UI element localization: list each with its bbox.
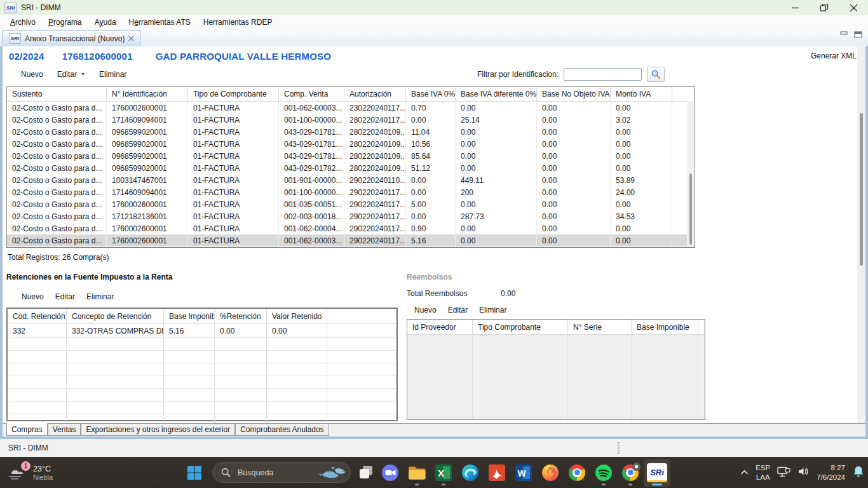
- taskbar-app-pdf-editor[interactable]: [484, 459, 510, 487]
- table-row[interactable]: 02-Costo o Gasto para d...09685990200010…: [7, 126, 695, 138]
- start-button[interactable]: [187, 465, 202, 482]
- taskbar-app-excel[interactable]: X: [430, 459, 457, 487]
- table-row[interactable]: 02-Costo o Gasto para d...09685990200010…: [7, 150, 695, 162]
- taskbar-search[interactable]: [212, 462, 351, 483]
- table-cell: 043-029-01782...: [279, 162, 344, 174]
- table-cell: 02-Costo o Gasto para d...: [7, 138, 107, 150]
- eliminar-button[interactable]: Eliminar: [99, 70, 126, 79]
- maximize-view-icon[interactable]: [854, 31, 863, 40]
- search-input[interactable]: [236, 468, 313, 478]
- table-cell: 0.00: [537, 174, 611, 186]
- table-cell: [473, 335, 568, 347]
- table-cell: 0.00: [456, 234, 537, 247]
- table-cell: 0.00: [537, 102, 611, 114]
- column-header[interactable]: Tipo Comprobante: [473, 320, 568, 334]
- taskbar-app-spotify[interactable]: [590, 459, 617, 487]
- reembolsos-nuevo-button[interactable]: Nuevo: [414, 306, 437, 315]
- table-cell: 85.64: [406, 150, 456, 162]
- taskbar-app-edge[interactable]: [457, 459, 484, 487]
- anexo-view: 02/2024 1768120600001 GAD PARROQUIAL VAL…: [0, 46, 868, 439]
- task-view-button[interactable]: [359, 465, 374, 481]
- tab-ventas[interactable]: Ventas: [48, 424, 81, 436]
- table-row[interactable]: 02-Costo o Gasto para d...17600026000010…: [7, 222, 695, 234]
- nuevo-button[interactable]: Nuevo: [21, 70, 43, 79]
- table-cell: [473, 383, 568, 395]
- taskbar-app-sri-dimm[interactable]: SRi: [644, 459, 670, 487]
- table-row[interactable]: 02-Costo o Gasto para d...17146090940010…: [7, 186, 695, 198]
- table-row[interactable]: 02-Costo o Gasto para d...17600026000010…: [7, 234, 695, 247]
- table-row[interactable]: 02-Costo o Gasto para d...17600026000010…: [7, 102, 695, 114]
- minimize-button[interactable]: [780, 0, 810, 15]
- taskbar-app-chrome[interactable]: [564, 459, 590, 487]
- editar-dropdown-icon[interactable]: ▼: [81, 72, 85, 76]
- column-header[interactable]: Cod. Retención: [8, 309, 67, 323]
- column-header[interactable]: Concepto de Retención: [67, 309, 164, 323]
- taskbar-app-firefox[interactable]: [537, 459, 564, 487]
- table-cell: 0.00: [537, 162, 611, 174]
- column-header[interactable]: Base IVA 0%: [406, 87, 456, 101]
- view-scrollbar[interactable]: [857, 46, 865, 437]
- menu-programa[interactable]: Programa: [42, 17, 88, 28]
- chrome-profile-icon: [622, 464, 639, 481]
- column-header[interactable]: Autorización: [344, 87, 406, 101]
- tab-compras[interactable]: Compras: [6, 423, 48, 436]
- volume-icon[interactable]: [797, 466, 810, 478]
- column-header[interactable]: Base Imponible: [632, 320, 698, 334]
- taskbar-app-file-explorer[interactable]: [403, 459, 430, 487]
- close-button[interactable]: [839, 0, 868, 15]
- compras-table[interactable]: SustentoN° IdentificaciónTipo de Comprob…: [6, 86, 695, 248]
- table-row[interactable]: 02-Costo o Gasto para d...10031474670010…: [7, 174, 695, 186]
- tab-close-icon[interactable]: [128, 34, 134, 43]
- table-cell: 1760002600001: [107, 102, 188, 114]
- language-indicator[interactable]: ESP LAA: [756, 463, 770, 482]
- column-header[interactable]: Base Imponible: [164, 309, 215, 323]
- retenciones-eliminar-button[interactable]: Eliminar: [86, 292, 114, 301]
- retenciones-nuevo-button[interactable]: Nuevo: [22, 292, 44, 301]
- tab-comprobantes-anulados[interactable]: Comprobantes Anulados: [235, 424, 329, 436]
- column-header[interactable]: Comp. Venta: [279, 87, 344, 101]
- notification-bell-icon[interactable]: [852, 465, 865, 480]
- column-header[interactable]: Monto IVA: [611, 87, 672, 101]
- tab-anexo-transaccional[interactable]: SRi Anexo Transaccional (Nuevo): [3, 30, 140, 46]
- generate-xml-button[interactable]: Generar XML: [811, 51, 857, 60]
- table-cell: [267, 338, 327, 350]
- table-row[interactable]: 02-Costo o Gasto para d...17146090940010…: [7, 114, 695, 126]
- taskbar-app-zoom[interactable]: [377, 459, 403, 487]
- menu-archivo[interactable]: Archivo: [4, 17, 42, 28]
- column-header[interactable]: N° Serie: [568, 320, 632, 334]
- table-row[interactable]: 02-Costo o Gasto para d...09685990200010…: [7, 138, 695, 150]
- column-header[interactable]: %Retención: [215, 309, 267, 323]
- reembolsos-editar-button[interactable]: Editar: [448, 306, 468, 315]
- tab-exportaciones-y-otros-ingresos-del-exter[interactable]: Exportaciones y otros ingresos del exter…: [81, 424, 235, 436]
- column-header[interactable]: Base IVA diferente 0%: [456, 87, 537, 101]
- filter-search-button[interactable]: [647, 67, 665, 82]
- column-header[interactable]: Sustento: [7, 87, 107, 101]
- column-header[interactable]: N° Identificación: [107, 87, 188, 101]
- compras-table-scrollbar[interactable]: [687, 101, 695, 247]
- table-cell: 02-Costo o Gasto para d...: [7, 150, 107, 162]
- tray-chevron-up-icon[interactable]: [740, 468, 749, 477]
- taskbar-app-chrome-profile[interactable]: [617, 459, 644, 487]
- filter-input[interactable]: [564, 68, 642, 81]
- table-row[interactable]: 332332-OTRAS COMPRAS DE BIE...5.160.000.…: [8, 324, 397, 338]
- reembolsos-eliminar-button[interactable]: Eliminar: [479, 306, 506, 315]
- retenciones-table[interactable]: Cod. RetenciónConcepto de RetenciónBase …: [6, 308, 398, 421]
- weather-widget[interactable]: 1 23°C Niebla: [6, 457, 53, 488]
- table-row[interactable]: 02-Costo o Gasto para d...17600026000010…: [7, 198, 695, 210]
- editar-button[interactable]: Editar: [57, 70, 77, 79]
- minimize-view-icon[interactable]: [840, 31, 849, 40]
- menu-herramientas-ats[interactable]: Herramientas ATS: [123, 17, 197, 28]
- restore-button[interactable]: [810, 0, 839, 15]
- menu-ayuda[interactable]: Ayuda: [88, 17, 123, 28]
- column-header[interactable]: Tipo de Comprobante: [188, 87, 279, 101]
- menu-herramientas-rdep[interactable]: Herramientas RDEP: [197, 17, 279, 28]
- table-row[interactable]: 02-Costo o Gasto para d...09685990200010…: [7, 162, 695, 174]
- taskbar-app-word[interactable]: W: [510, 459, 537, 487]
- column-header[interactable]: Base No Objeto IVA: [537, 87, 611, 101]
- column-header[interactable]: Valor Retenido: [267, 309, 327, 323]
- retenciones-editar-button[interactable]: Editar: [55, 292, 75, 301]
- table-row[interactable]: 02-Costo o Gasto para d...17121821360010…: [7, 210, 695, 222]
- clock[interactable]: 8:27 7/6/2024: [817, 463, 845, 482]
- network-icon[interactable]: [777, 466, 790, 479]
- column-header[interactable]: Id Proveedor: [407, 320, 473, 334]
